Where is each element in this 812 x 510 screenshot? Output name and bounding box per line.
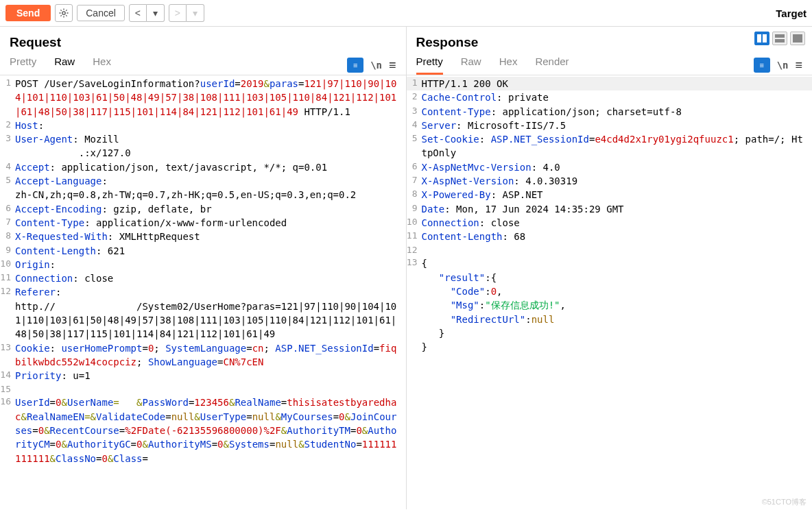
view-split-button[interactable] [754, 32, 769, 45]
actions-button[interactable]: ≡ [347, 58, 363, 73]
nav-forward-group: > ▾ [169, 4, 204, 22]
nav-back-button[interactable]: < [129, 4, 147, 22]
view-stack-button[interactable] [772, 32, 787, 45]
settings-button[interactable] [55, 4, 73, 22]
svg-point-0 [62, 12, 65, 14]
hamburger-icon: ≡ [795, 58, 802, 72]
menu-button[interactable]: ≡ [795, 58, 802, 73]
target-label: Target [776, 8, 807, 19]
toolbar: Send Cancel < ▾ > ▾ Target [0, 0, 812, 27]
hamburger-icon: ≡ [389, 58, 396, 72]
caret-down-icon: ▾ [153, 8, 158, 19]
tab-hex[interactable]: Hex [499, 56, 518, 75]
svg-rect-4 [775, 39, 785, 42]
newline-toggle[interactable]: \n [777, 60, 789, 71]
tab-pretty[interactable]: Pretty [416, 56, 443, 75]
nav-back-group: < ▾ [129, 4, 165, 22]
response-panel: Response Pretty Raw Hex Render ≡ \n ≡ 1H… [407, 27, 813, 509]
nav-forward-dropdown[interactable]: ▾ [187, 4, 204, 22]
nav-forward-button[interactable]: > [169, 4, 187, 22]
caret-down-icon: ▾ [193, 8, 198, 19]
request-panel: Request Pretty Raw Hex ≡ \n ≡ 1POST /Use… [0, 27, 407, 509]
svg-rect-2 [763, 34, 767, 42]
chevron-right-icon: > [175, 8, 180, 19]
nav-back-dropdown[interactable]: ▾ [147, 4, 165, 22]
newline-toggle[interactable]: \n [370, 60, 382, 71]
actions-button[interactable]: ≡ [754, 58, 770, 73]
actions-icon: ≡ [353, 61, 357, 69]
request-tabs: Pretty Raw Hex ≡ \n ≡ [0, 50, 406, 75]
view-mode-toolbar [754, 32, 805, 45]
split-view-icon [757, 34, 767, 42]
response-code[interactable]: 1HTTP/1.1 200 OK 2Cache-Control: private… [407, 75, 813, 509]
single-view-icon [793, 34, 802, 42]
actions-icon: ≡ [759, 61, 763, 69]
chevron-left-icon: < [135, 8, 141, 19]
response-title: Response [416, 35, 803, 50]
svg-rect-3 [775, 34, 785, 38]
svg-rect-1 [757, 34, 761, 42]
view-single-button[interactable] [790, 32, 805, 45]
request-code[interactable]: 1POST /User/SaveLoginInformation?userId=… [0, 75, 406, 509]
gear-icon [58, 8, 69, 19]
svg-rect-5 [793, 34, 802, 42]
response-tabs: Pretty Raw Hex Render ≡ \n ≡ [407, 50, 813, 75]
tab-pretty[interactable]: Pretty [10, 56, 36, 75]
tab-render[interactable]: Render [535, 56, 569, 75]
tab-raw[interactable]: Raw [461, 56, 481, 75]
watermark: ©51CTO博客 [762, 497, 807, 507]
request-title: Request [10, 35, 396, 50]
main-split: Request Pretty Raw Hex ≡ \n ≡ 1POST /Use… [0, 27, 812, 509]
stack-view-icon [775, 34, 785, 42]
menu-button[interactable]: ≡ [389, 58, 396, 73]
send-button[interactable]: Send [5, 5, 51, 21]
tab-raw[interactable]: Raw [54, 56, 75, 75]
tab-hex[interactable]: Hex [93, 56, 111, 75]
cancel-button[interactable]: Cancel [77, 5, 125, 21]
